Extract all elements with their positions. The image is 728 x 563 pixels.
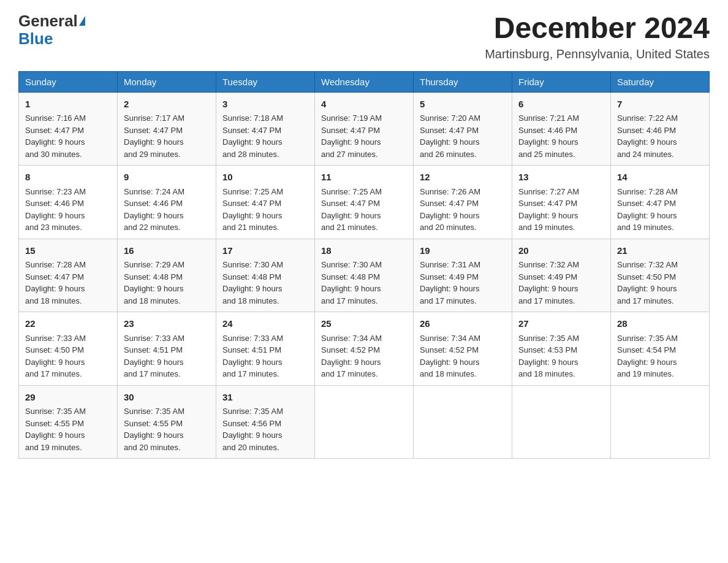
day-info: Sunrise: 7:25 AMSunset: 4:47 PMDaylight:… (222, 187, 283, 232)
day-info: Sunrise: 7:17 AMSunset: 4:47 PMDaylight:… (124, 113, 184, 159)
day-info: Sunrise: 7:30 AMSunset: 4:48 PMDaylight:… (321, 260, 382, 305)
calendar-day-cell: 11 Sunrise: 7:25 AMSunset: 4:47 PMDaylig… (315, 166, 414, 239)
calendar-week-row: 1 Sunrise: 7:16 AMSunset: 4:47 PMDayligh… (19, 92, 710, 166)
location: Martinsburg, Pennsylvania, United States (485, 47, 710, 61)
day-info: Sunrise: 7:29 AMSunset: 4:48 PMDaylight:… (124, 260, 184, 305)
calendar-header-row: SundayMondayTuesdayWednesdayThursdayFrid… (19, 71, 710, 92)
day-info: Sunrise: 7:33 AMSunset: 4:51 PMDaylight:… (222, 334, 283, 379)
day-number: 28 (617, 317, 703, 331)
day-number: 27 (518, 317, 604, 331)
calendar-header-cell: Saturday (611, 71, 710, 92)
calendar-day-cell: 27 Sunrise: 7:35 AMSunset: 4:53 PMDaylig… (512, 312, 611, 386)
calendar-day-cell: 21 Sunrise: 7:32 AMSunset: 4:50 PMDaylig… (611, 239, 710, 312)
day-number: 24 (222, 317, 308, 331)
calendar-day-cell: 14 Sunrise: 7:28 AMSunset: 4:47 PMDaylig… (611, 166, 710, 239)
month-title: December 2024 (485, 12, 710, 45)
calendar-day-cell: 8 Sunrise: 7:23 AMSunset: 4:46 PMDayligh… (19, 166, 118, 239)
day-info: Sunrise: 7:28 AMSunset: 4:47 PMDaylight:… (25, 260, 86, 305)
calendar-header-cell: Tuesday (216, 71, 315, 92)
calendar-day-cell (414, 385, 512, 459)
day-info: Sunrise: 7:30 AMSunset: 4:48 PMDaylight:… (222, 260, 283, 305)
calendar-header-cell: Wednesday (315, 71, 414, 92)
calendar-day-cell: 24 Sunrise: 7:33 AMSunset: 4:51 PMDaylig… (216, 312, 315, 386)
day-info: Sunrise: 7:35 AMSunset: 4:55 PMDaylight:… (124, 407, 184, 452)
day-number: 3 (222, 98, 308, 112)
page-header: General Blue December 2024 Martinsburg, … (18, 12, 710, 61)
calendar-week-row: 15 Sunrise: 7:28 AMSunset: 4:47 PMDaylig… (19, 239, 710, 312)
day-number: 25 (321, 317, 407, 331)
day-number: 19 (420, 244, 506, 258)
day-info: Sunrise: 7:32 AMSunset: 4:50 PMDaylight:… (617, 260, 678, 305)
calendar-day-cell: 18 Sunrise: 7:30 AMSunset: 4:48 PMDaylig… (315, 239, 414, 312)
calendar-week-row: 22 Sunrise: 7:33 AMSunset: 4:50 PMDaylig… (19, 312, 710, 386)
day-number: 14 (617, 170, 703, 185)
day-info: Sunrise: 7:28 AMSunset: 4:47 PMDaylight:… (617, 187, 678, 232)
calendar-day-cell: 16 Sunrise: 7:29 AMSunset: 4:48 PMDaylig… (118, 239, 216, 312)
day-number: 13 (518, 170, 604, 185)
calendar-day-cell: 6 Sunrise: 7:21 AMSunset: 4:46 PMDayligh… (512, 92, 611, 166)
day-number: 15 (25, 244, 111, 258)
day-info: Sunrise: 7:33 AMSunset: 4:51 PMDaylight:… (124, 334, 184, 379)
calendar-day-cell (512, 385, 611, 459)
day-info: Sunrise: 7:22 AMSunset: 4:46 PMDaylight:… (617, 113, 678, 159)
day-number: 1 (25, 98, 111, 112)
calendar-table: SundayMondayTuesdayWednesdayThursdayFrid… (18, 71, 710, 459)
calendar-day-cell: 2 Sunrise: 7:17 AMSunset: 4:47 PMDayligh… (118, 92, 216, 166)
calendar-day-cell: 31 Sunrise: 7:35 AMSunset: 4:56 PMDaylig… (216, 385, 315, 459)
day-number: 31 (222, 391, 308, 405)
day-info: Sunrise: 7:34 AMSunset: 4:52 PMDaylight:… (321, 334, 382, 379)
calendar-day-cell: 12 Sunrise: 7:26 AMSunset: 4:47 PMDaylig… (414, 166, 512, 239)
day-info: Sunrise: 7:16 AMSunset: 4:47 PMDaylight:… (25, 113, 86, 159)
calendar-header-cell: Monday (118, 71, 216, 92)
day-number: 20 (518, 244, 604, 258)
day-info: Sunrise: 7:31 AMSunset: 4:49 PMDaylight:… (420, 260, 480, 305)
day-number: 11 (321, 170, 407, 185)
calendar-header-cell: Sunday (19, 71, 118, 92)
day-info: Sunrise: 7:33 AMSunset: 4:50 PMDaylight:… (25, 334, 86, 379)
calendar-week-row: 29 Sunrise: 7:35 AMSunset: 4:55 PMDaylig… (19, 385, 710, 459)
day-info: Sunrise: 7:35 AMSunset: 4:56 PMDaylight:… (222, 407, 283, 452)
day-info: Sunrise: 7:21 AMSunset: 4:46 PMDaylight:… (518, 113, 579, 159)
calendar-day-cell: 10 Sunrise: 7:25 AMSunset: 4:47 PMDaylig… (216, 166, 315, 239)
calendar-day-cell: 5 Sunrise: 7:20 AMSunset: 4:47 PMDayligh… (414, 92, 512, 166)
calendar-header-cell: Friday (512, 71, 611, 92)
day-number: 23 (124, 317, 210, 331)
day-number: 21 (617, 244, 703, 258)
day-number: 12 (420, 170, 506, 185)
calendar-day-cell: 22 Sunrise: 7:33 AMSunset: 4:50 PMDaylig… (19, 312, 118, 386)
calendar-day-cell: 3 Sunrise: 7:18 AMSunset: 4:47 PMDayligh… (216, 92, 315, 166)
day-number: 16 (124, 244, 210, 258)
day-info: Sunrise: 7:35 AMSunset: 4:53 PMDaylight:… (518, 334, 579, 379)
day-number: 22 (25, 317, 111, 331)
calendar-day-cell: 7 Sunrise: 7:22 AMSunset: 4:46 PMDayligh… (611, 92, 710, 166)
day-info: Sunrise: 7:34 AMSunset: 4:52 PMDaylight:… (420, 334, 480, 379)
day-info: Sunrise: 7:35 AMSunset: 4:55 PMDaylight:… (25, 407, 86, 452)
day-number: 4 (321, 98, 407, 112)
day-info: Sunrise: 7:26 AMSunset: 4:47 PMDaylight:… (420, 187, 480, 232)
day-info: Sunrise: 7:25 AMSunset: 4:47 PMDaylight:… (321, 187, 382, 232)
calendar-body: 1 Sunrise: 7:16 AMSunset: 4:47 PMDayligh… (19, 92, 710, 459)
calendar-day-cell: 29 Sunrise: 7:35 AMSunset: 4:55 PMDaylig… (19, 385, 118, 459)
calendar-day-cell: 9 Sunrise: 7:24 AMSunset: 4:46 PMDayligh… (118, 166, 216, 239)
calendar-day-cell: 15 Sunrise: 7:28 AMSunset: 4:47 PMDaylig… (19, 239, 118, 312)
day-number: 26 (420, 317, 506, 331)
day-number: 30 (124, 391, 210, 405)
day-info: Sunrise: 7:23 AMSunset: 4:46 PMDaylight:… (25, 187, 86, 232)
calendar-day-cell: 23 Sunrise: 7:33 AMSunset: 4:51 PMDaylig… (118, 312, 216, 386)
calendar-header-cell: Thursday (414, 71, 512, 92)
day-number: 18 (321, 244, 407, 258)
day-info: Sunrise: 7:24 AMSunset: 4:46 PMDaylight:… (124, 187, 184, 232)
day-number: 8 (25, 170, 111, 185)
calendar-day-cell (611, 385, 710, 459)
logo: General Blue (18, 12, 85, 47)
calendar-day-cell: 20 Sunrise: 7:32 AMSunset: 4:49 PMDaylig… (512, 239, 611, 312)
logo-general: General (18, 12, 78, 30)
day-number: 5 (420, 98, 506, 112)
calendar-day-cell: 30 Sunrise: 7:35 AMSunset: 4:55 PMDaylig… (118, 385, 216, 459)
calendar-day-cell: 4 Sunrise: 7:19 AMSunset: 4:47 PMDayligh… (315, 92, 414, 166)
calendar-day-cell: 1 Sunrise: 7:16 AMSunset: 4:47 PMDayligh… (19, 92, 118, 166)
calendar-day-cell: 17 Sunrise: 7:30 AMSunset: 4:48 PMDaylig… (216, 239, 315, 312)
calendar-day-cell: 19 Sunrise: 7:31 AMSunset: 4:49 PMDaylig… (414, 239, 512, 312)
calendar-day-cell: 25 Sunrise: 7:34 AMSunset: 4:52 PMDaylig… (315, 312, 414, 386)
title-section: December 2024 Martinsburg, Pennsylvania,… (485, 12, 710, 61)
